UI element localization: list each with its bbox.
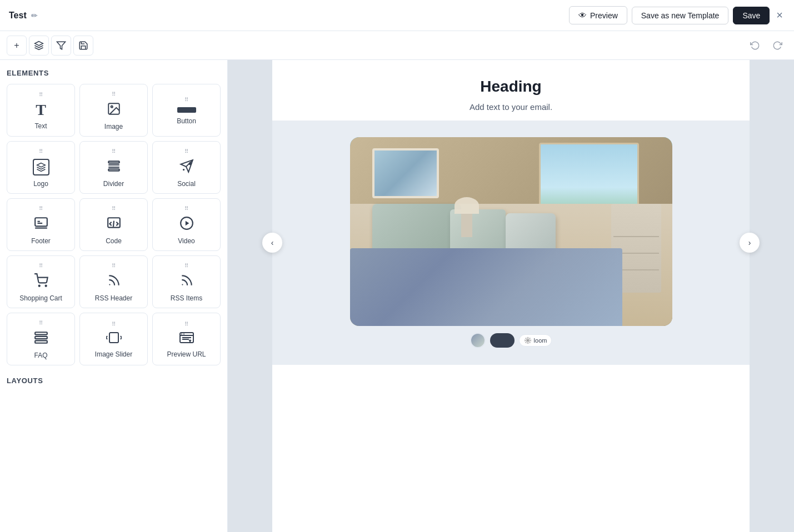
email-heading: Heading	[286, 78, 736, 96]
header-left: Test ✏	[9, 11, 38, 21]
video-label: Video	[178, 237, 194, 245]
loom-icon	[524, 337, 532, 344]
image-slider-icon	[106, 332, 122, 346]
element-image-slider[interactable]: ⠿ Image Slider	[79, 313, 148, 365]
undo-icon	[750, 41, 760, 51]
page-title: Test	[9, 11, 27, 21]
rss-header-icon	[107, 273, 121, 290]
divider-label: Divider	[103, 180, 124, 188]
rss-items-icon	[179, 273, 194, 290]
save-label: Save	[742, 11, 760, 20]
layers-button[interactable]	[29, 36, 49, 56]
faq-icon	[34, 330, 48, 347]
drag-handle: ⠿	[39, 320, 43, 326]
divider-icon	[107, 159, 121, 175]
element-rss-header[interactable]: ⠿ RSS Header	[79, 255, 148, 308]
drag-handle: ⠿	[112, 321, 116, 327]
carousel-next-button[interactable]: ›	[740, 233, 760, 253]
filter-icon	[56, 41, 66, 51]
svg-point-9	[182, 169, 184, 170]
redo-button[interactable]	[767, 36, 787, 56]
svg-point-29	[183, 334, 184, 335]
element-social[interactable]: ⠿ Social	[152, 141, 221, 194]
elements-grid: ⠿ T Text ⠿ Image ⠿	[7, 84, 221, 365]
svg-marker-1	[57, 42, 66, 49]
drag-handle: ⠿	[112, 263, 116, 269]
save-template-label: Save as new Template	[641, 11, 720, 20]
shopping-cart-label: Shopping Cart	[19, 294, 62, 302]
element-preview-url[interactable]: ⠿ Preview URL	[152, 313, 221, 365]
email-subtext: Add text to your email.	[286, 102, 736, 112]
save-template-button[interactable]: Save as new Template	[632, 7, 729, 24]
rss-items-label: RSS Items	[171, 294, 202, 302]
next-arrow-icon: ›	[748, 238, 751, 247]
code-icon	[107, 216, 121, 233]
layers-icon	[34, 41, 44, 51]
svg-rect-23	[35, 337, 47, 339]
edit-title-icon[interactable]: ✏	[31, 11, 38, 20]
svg-rect-22	[35, 332, 47, 334]
text-label: Text	[34, 122, 47, 130]
text-icon: T	[36, 102, 46, 118]
preview-button[interactable]: 👁 Preview	[569, 6, 627, 24]
button-label: Button	[177, 117, 196, 125]
svg-rect-25	[109, 333, 118, 343]
redo-icon	[772, 41, 782, 51]
element-rss-items[interactable]: ⠿ RSS Items	[152, 255, 221, 308]
preview-url-icon	[179, 332, 194, 346]
svg-point-8	[188, 162, 191, 165]
loom-label: loom	[534, 337, 547, 344]
email-heading-section: Heading Add text to your email.	[272, 60, 750, 121]
drag-handle: ⠿	[184, 321, 189, 327]
element-image[interactable]: ⠿ Image	[79, 84, 148, 137]
drag-handle: ⠿	[184, 97, 189, 103]
shopping-cart-icon	[34, 273, 48, 290]
image-label: Image	[104, 123, 123, 131]
save-button[interactable]: Save	[733, 7, 770, 24]
drag-handle: ⠿	[184, 263, 189, 269]
element-code[interactable]: ⠿ Code	[79, 198, 148, 251]
carousel-image	[350, 137, 672, 326]
preview-label: Preview	[590, 11, 618, 20]
element-footer[interactable]: ⠿ Footer	[7, 198, 75, 251]
element-text[interactable]: ⠿ T Text	[7, 84, 75, 137]
image-icon	[107, 102, 121, 118]
drag-handle: ⠿	[184, 205, 189, 212]
carousel-indicator-1[interactable]	[470, 333, 486, 348]
svg-point-28	[181, 334, 182, 335]
carousel-prev-button[interactable]: ‹	[262, 233, 282, 253]
image-slider-label: Image Slider	[95, 350, 132, 358]
toolbar: +	[0, 31, 794, 60]
element-shopping-cart[interactable]: ⠿ Shopping Cart	[7, 255, 75, 308]
add-element-button[interactable]: +	[7, 36, 27, 56]
carousel-indicator-active[interactable]	[490, 333, 515, 348]
toolbar-left: +	[7, 36, 93, 56]
elements-section-title: Elements	[7, 69, 221, 77]
rss-header-label: RSS Header	[95, 294, 132, 302]
undo-button[interactable]	[745, 36, 765, 56]
loom-indicator: loom	[519, 334, 552, 347]
code-label: Code	[106, 237, 122, 245]
button-icon	[177, 107, 196, 113]
video-icon	[179, 216, 194, 233]
element-faq[interactable]: ⠿ FAQ	[7, 313, 75, 365]
element-button[interactable]: ⠿ Button	[152, 84, 221, 137]
logo-label: Logo	[33, 180, 48, 188]
social-label: Social	[177, 180, 196, 188]
element-divider[interactable]: ⠿ Divider	[79, 141, 148, 194]
element-video[interactable]: ⠿ Video	[152, 198, 221, 251]
footer-label: Footer	[31, 237, 51, 245]
drag-handle: ⠿	[39, 148, 43, 154]
svg-marker-17	[185, 221, 189, 226]
drag-handle: ⠿	[112, 91, 116, 97]
toolbar-right	[745, 36, 787, 56]
save-icon-button[interactable]	[73, 36, 93, 56]
layouts-section-title: Layouts	[7, 377, 221, 385]
filter-button[interactable]	[51, 36, 71, 56]
element-logo[interactable]: ⠿ Logo	[7, 141, 75, 194]
social-icon	[179, 159, 194, 175]
drag-handle: ⠿	[112, 148, 116, 154]
drag-handle: ⠿	[39, 92, 43, 98]
svg-rect-4	[108, 161, 119, 163]
close-button[interactable]: ×	[774, 7, 785, 24]
